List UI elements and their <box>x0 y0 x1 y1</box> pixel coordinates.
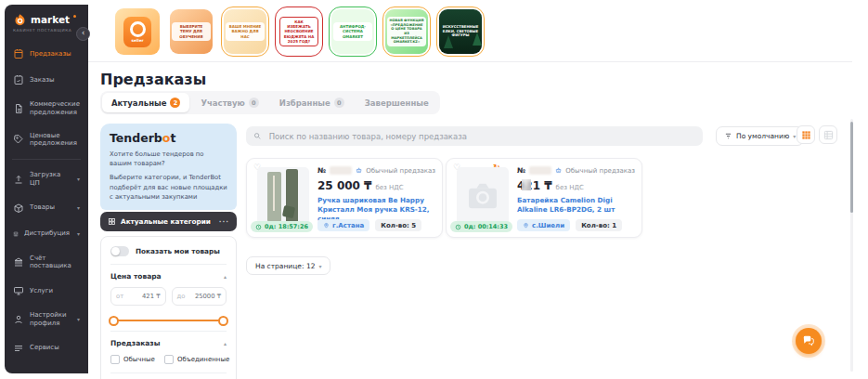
sidebar-item-servicess[interactable]: Сервисы <box>5 335 88 361</box>
input-value: 25000 ₸ <box>195 293 221 300</box>
camera-placeholder-icon <box>464 177 501 215</box>
logo-title: market <box>31 13 70 26</box>
sidebar-item-price-offers[interactable]: Ценовые предложения <box>5 124 88 156</box>
sort-filter-icon <box>724 132 732 140</box>
sidebar-item-orders[interactable]: Заказы <box>5 67 88 93</box>
sidebar-item-label: Загрузка ЦП <box>30 171 70 188</box>
checkbox-combined[interactable]: Объединенные <box>164 355 229 364</box>
order-number-label: № <box>517 166 525 175</box>
city-chip[interactable]: с.Шиели <box>517 219 570 231</box>
slider-handle-min[interactable] <box>109 316 119 326</box>
tab-actual[interactable]: Актуальные 2 <box>102 93 189 112</box>
price-value: 25 000 ₸ <box>317 179 371 192</box>
time-left-badge: 0д: 00:14:33 <box>450 221 512 232</box>
price-section-header[interactable]: Цена товара ▴ <box>110 265 227 287</box>
sidebar-item-commercial-offers[interactable]: Коммерческие предложения <box>5 93 88 124</box>
story-label: АНТИФРОД-СИСТЕМА OMARKET <box>333 22 372 41</box>
tab-count-badge: 0 <box>334 98 344 108</box>
card-info: № Обычный предзаказ 25 000 ₸ без НДС Руч… <box>317 166 435 224</box>
story-budget-2025[interactable]: КАК ИЗБЕЖАТЬ НЕОСВОЕНИЕ БЮДЖЕТА НА 2025 … <box>275 7 323 57</box>
search-input[interactable] <box>267 131 695 142</box>
blurred-order-number <box>529 166 551 175</box>
sidebar-item-upload-cp[interactable]: Загрузка ЦП ▾ <box>5 163 88 195</box>
preorder-card[interactable]: ♡ ↻ 0д: 00:14:33 № Обычный предзаказ 421… <box>446 158 642 238</box>
orders-icon <box>13 74 24 85</box>
storefront-icon <box>13 229 19 240</box>
slider-handle-max[interactable] <box>218 316 228 326</box>
checkbox-regular[interactable]: Обычные <box>110 355 155 364</box>
price-value: 421 ₸ <box>517 179 552 192</box>
tab-favorites[interactable]: Избранные 0 <box>270 93 354 112</box>
checkbox-label: Обычные <box>123 356 155 363</box>
story-christmas-trees[interactable]: ИСКУССТВЕННЫЕ ЕЛКИ, СВЕТОВЫЕ ФИГУРЫ <box>436 7 485 57</box>
delivery-place-section-header[interactable]: Место поставки (область) ▾ <box>110 373 227 379</box>
view-list-button[interactable] <box>819 125 837 144</box>
tab-label: Избранные <box>279 98 330 108</box>
timer-value: 0д: 00:14:33 <box>464 223 508 230</box>
input-label: от <box>116 293 123 300</box>
sidebar-item-label: Услуги <box>30 287 80 295</box>
story-new-feature[interactable]: НОВАЯ ФУНКЦИЯ «ПРЕДЛОЖЕНИЕ О ЦЕНЕ ТОВАРА… <box>382 7 431 57</box>
more-options-icon[interactable]: ··· <box>219 217 229 226</box>
sidebar-item-label: Заказы <box>30 76 80 85</box>
sort-dropdown[interactable]: По умолчанию ▾ <box>716 126 804 146</box>
time-left-badge: 0д: 18:57:26 <box>251 221 313 232</box>
chevron-up-icon: ▴ <box>224 340 227 346</box>
input-label: до <box>177 293 186 300</box>
story-label: ВЫБЕРИТЕ ТЕМУ ДЛЯ ОБУЧЕНИЯ <box>172 22 211 41</box>
preorders-section-header[interactable]: Предзаказы ▴ <box>110 332 227 354</box>
view-grid-button[interactable] <box>797 125 815 144</box>
tab-completed[interactable]: Завершенные <box>356 93 438 112</box>
card-info: № Обычный предзаказ 421 ₸ без НДС Батаре… <box>517 166 635 215</box>
button-label: Актуальные категории <box>121 217 211 226</box>
product-image-placeholder <box>457 167 509 225</box>
sidebar: market КАБИНЕТ ПОСТАВЩИКА Предзаказы Зак… <box>5 5 88 373</box>
sidebar-item-services[interactable]: Услуги <box>5 278 88 304</box>
actual-categories-button[interactable]: Актуальные категории ··· <box>100 212 237 231</box>
sidebar-item-label: Товары <box>30 203 70 212</box>
product-photo-shape <box>267 172 281 222</box>
sidebar-item-distribution[interactable]: Дистрибуция ▾ <box>5 221 88 247</box>
basket-icon <box>555 166 562 175</box>
story-your-opinion[interactable]: ВАШЕ МНЕНИЕ ВАЖНО ДЛЯ НАС <box>221 7 269 57</box>
chat-fab-glow <box>792 324 825 358</box>
preorder-tabs: Актуальные 2 Участвую 0 Избранные 0 Заве… <box>100 91 440 114</box>
sidebar-divider <box>12 159 81 160</box>
omarket-flame-icon <box>13 13 27 27</box>
product-title-link[interactable]: Батарейка Camelion Digi Alkaline LR6-BP2… <box>517 196 635 215</box>
price-to-input[interactable]: до 25000 ₸ <box>172 287 227 306</box>
sidebar-item-products[interactable]: Товары ▾ <box>5 195 88 221</box>
sidebar-collapse-button[interactable]: ‹ <box>76 27 90 41</box>
filters-card: Показать мои товары Цена товара ▴ от 421… <box>100 236 237 379</box>
search-bar <box>246 126 703 146</box>
price-from-input[interactable]: от 421 ₸ <box>110 287 166 306</box>
sidebar-nav: Предзаказы Заказы Коммерческие предложен… <box>5 41 88 361</box>
sidebar-item-supplier-account[interactable]: Счёт поставщика <box>5 247 88 279</box>
show-my-products-toggle[interactable] <box>110 246 129 256</box>
stories-row: seller ВЫБЕРИТЕ ТЕМУ ДЛЯ ОБУЧЕНИЯ ВАШЕ М… <box>113 7 485 57</box>
sidebar-item-preorders[interactable]: Предзаказы <box>5 41 88 67</box>
story-seller-logo[interactable]: seller <box>113 7 162 57</box>
chat-button[interactable] <box>796 328 822 354</box>
sidebar-item-profile-settings[interactable]: Настройки профиля ▾ <box>5 304 88 335</box>
city-chip[interactable]: г.Астана <box>317 219 369 231</box>
card-chips: с.Шиели Кол-во: 1 <box>517 219 622 231</box>
scrollbar-thumb[interactable] <box>850 122 853 213</box>
price-row: 25 000 ₸ без НДС <box>317 179 435 192</box>
story-antifraud[interactable]: АНТИФРОД-СИСТЕМА OMARKET <box>329 7 377 57</box>
story-choose-topic[interactable]: ВЫБЕРИТЕ ТЕМУ ДЛЯ ОБУЧЕНИЯ <box>167 7 215 57</box>
sidebar-item-label: Ценовые предложения <box>30 132 80 149</box>
logo-trademark-dot <box>73 15 76 18</box>
story-label: ВАШЕ МНЕНИЕ ВАЖНО ДЛЯ НАС <box>226 22 265 41</box>
story-label: seller <box>131 38 143 43</box>
story-label: НОВАЯ ФУНКЦИЯ «ПРЕДЛОЖЕНИЕ О ЦЕНЕ ТОВАРА… <box>387 17 426 46</box>
price-row: 421 ₸ без НДС <box>517 179 635 192</box>
per-page-dropdown[interactable]: На странице: 12 ▾ <box>246 256 330 275</box>
chevron-down-icon: ▾ <box>77 204 80 212</box>
section-title: Цена товара <box>110 272 162 281</box>
preorder-card[interactable]: ♡ 0д: 18:57:26 № Обычный предзаказ 25 00… <box>246 158 443 238</box>
tab-count-badge: 0 <box>249 98 259 108</box>
location-pin-icon <box>323 222 330 229</box>
tab-participating[interactable]: Участвую 0 <box>191 93 267 112</box>
price-range-slider[interactable] <box>110 315 227 327</box>
